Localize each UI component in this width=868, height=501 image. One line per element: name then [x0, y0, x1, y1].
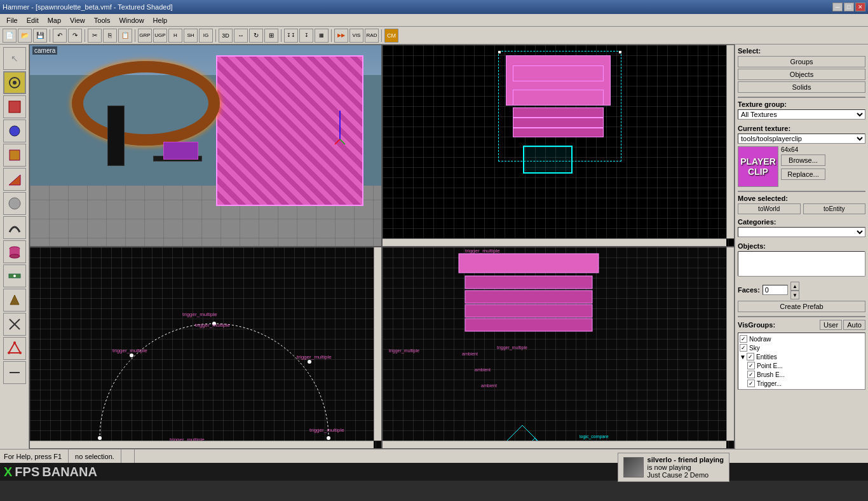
v-scrollbar-top[interactable]	[726, 45, 734, 238]
sphere-tool[interactable]	[3, 192, 26, 215]
close-button[interactable]: ✕	[855, 3, 865, 11]
group-btn[interactable]: GRP	[138, 29, 152, 43]
selection-section: no selection.	[75, 450, 121, 463]
faces-up[interactable]: ▲	[790, 282, 799, 291]
decal-tool[interactable]	[3, 264, 26, 287]
menu-file[interactable]: File	[3, 15, 22, 25]
v-scrollbar-side[interactable]	[726, 247, 734, 441]
hide-btn[interactable]: H	[168, 29, 182, 43]
menu-help[interactable]: Help	[149, 15, 172, 25]
sep6	[331, 29, 332, 42]
wedge-tool[interactable]	[3, 168, 26, 191]
redo-btn[interactable]: ↷	[68, 29, 82, 43]
menu-map[interactable]: Map	[44, 15, 65, 25]
faces-down[interactable]: ▼	[790, 291, 799, 299]
paste-btn[interactable]: 📋	[118, 29, 132, 43]
brush-solid-tool[interactable]	[3, 95, 26, 118]
vis-nodraw[interactable]: Nodraw	[740, 334, 864, 343]
move-btn[interactable]: ↔	[234, 29, 248, 43]
vis-brush-e[interactable]: Brush E...	[740, 370, 864, 379]
titlebar: Hammer - [spawnroulette_beta.vmf - Textu…	[0, 0, 868, 14]
objects-section: Objects:	[738, 242, 865, 278]
user-tab[interactable]: User	[820, 320, 842, 330]
entity-tool[interactable]	[3, 120, 26, 142]
viewport-front[interactable]: trigger_multiple trigger_multiple trigge…	[29, 247, 382, 449]
faces-input[interactable]	[763, 285, 788, 295]
vis-btn[interactable]: VIS	[349, 29, 363, 43]
clip-tool[interactable]	[3, 313, 26, 336]
vis-trigger[interactable]: Trigger...	[740, 379, 864, 388]
minimize-button[interactable]: ─	[832, 3, 843, 11]
undo-btn[interactable]: ↶	[53, 29, 67, 43]
black-tower	[107, 106, 125, 166]
arch-tool[interactable]	[3, 216, 26, 239]
snap-btn[interactable]: ↧↧	[284, 29, 298, 43]
3d-btn[interactable]: 3D	[219, 29, 233, 43]
fps-x-icon: X	[4, 465, 12, 479]
menu-edit[interactable]: Edit	[23, 15, 43, 25]
vis-nodraw-check[interactable]	[740, 335, 747, 343]
cut-btn[interactable]: ✂	[88, 29, 102, 43]
replace-button[interactable]: Replace...	[781, 168, 825, 180]
vis-sky-check[interactable]	[740, 344, 747, 352]
viewport-side[interactable]: trigger_multiple ambient ambient ambient…	[382, 247, 735, 449]
camera-tool[interactable]	[3, 71, 26, 94]
vis-sky[interactable]: Sky	[740, 343, 864, 352]
h-scrollbar-front[interactable]	[30, 441, 374, 448]
cylinder-tool[interactable]	[3, 240, 26, 263]
ignore-btn[interactable]: IG	[199, 29, 213, 43]
sep2	[85, 29, 85, 42]
open-btn[interactable]: 📂	[18, 29, 32, 43]
rad-btn[interactable]: RAD	[365, 29, 379, 43]
h-scrollbar-top[interactable]	[383, 238, 726, 246]
texture-group-section: Texture group: All Textures	[738, 100, 865, 121]
solids-button[interactable]: Solids	[738, 81, 865, 93]
menu-tools[interactable]: Tools	[90, 15, 114, 25]
select-tool[interactable]: ↖	[3, 47, 26, 70]
vis-entities[interactable]: ▼ Entities	[740, 352, 864, 361]
groups-button[interactable]: Groups	[738, 56, 865, 67]
compile-btn[interactable]: ▶▶	[334, 29, 348, 43]
copy-btn[interactable]: ⎘	[103, 29, 117, 43]
scale-btn[interactable]: ⊞	[264, 29, 278, 43]
objects-button[interactable]: Objects	[738, 69, 865, 80]
to-entity-button[interactable]: toEntity	[803, 203, 866, 214]
selection-text: no selection.	[75, 453, 114, 460]
vis-brush-check[interactable]	[747, 371, 755, 378]
svg-text:logic_compare: logic_compare	[580, 434, 609, 439]
new-btn[interactable]: 📄	[3, 29, 17, 43]
overlay-tool[interactable]	[3, 289, 26, 312]
viewport-camera[interactable]: camera	[29, 45, 382, 247]
cm-btn[interactable]: CM	[384, 29, 398, 43]
h-scrollbar-side[interactable]	[383, 441, 726, 448]
viewport-top[interactable]	[382, 45, 735, 247]
texture-preview-row: PLAYER CLIP 64x64 Browse... Replace...	[738, 146, 865, 187]
rotate-btn[interactable]: ↻	[249, 29, 263, 43]
objects-list[interactable]	[738, 251, 865, 277]
maximize-button[interactable]: □	[844, 3, 854, 11]
vis-entities-check[interactable]	[747, 353, 754, 360]
ungroup-btn[interactable]: UGP	[153, 29, 167, 43]
snap2-btn[interactable]: ↧	[299, 29, 313, 43]
save-btn[interactable]: 💾	[33, 29, 47, 43]
show-btn[interactable]: SH	[184, 29, 198, 43]
svg-rect-56	[465, 276, 592, 289]
vis-point-e[interactable]: Point E...	[740, 361, 864, 370]
block-tool[interactable]	[3, 144, 26, 167]
portal-ring	[72, 61, 219, 146]
menu-window[interactable]: Window	[115, 15, 147, 25]
menu-view[interactable]: View	[66, 15, 89, 25]
texture-group-select[interactable]: All Textures	[738, 109, 865, 120]
path-tool[interactable]	[3, 361, 26, 384]
browse-button[interactable]: Browse...	[781, 154, 825, 166]
current-texture-select[interactable]: tools/toolsplayerclip	[738, 134, 865, 144]
auto-tab[interactable]: Auto	[843, 320, 865, 330]
categories-select[interactable]	[738, 227, 865, 237]
v-scrollbar-front[interactable]	[374, 247, 381, 441]
vis-point-check[interactable]	[747, 362, 755, 369]
create-prefab-button[interactable]: Create Prefab	[738, 301, 865, 312]
to-world-button[interactable]: toWorld	[738, 203, 801, 214]
vis-trigger-check[interactable]	[747, 380, 755, 387]
grid-btn[interactable]: ▦	[315, 29, 329, 43]
vertex-tool[interactable]	[3, 337, 26, 360]
